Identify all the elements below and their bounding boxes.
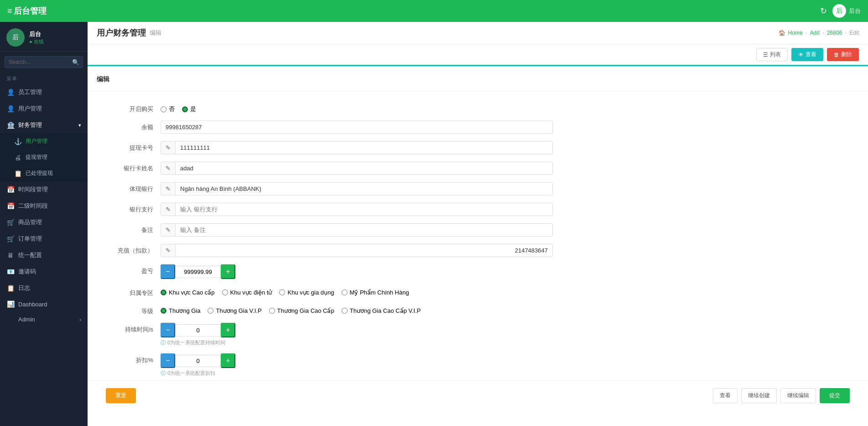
sidebar-item-staff[interactable]: 👤 员工管理 bbox=[0, 84, 88, 100]
sidebar-item-label: 日志 bbox=[18, 284, 30, 292]
dashboard-icon: 📊 bbox=[6, 300, 15, 308]
sidebar-item-label: 提现管理 bbox=[26, 153, 47, 161]
radio-merchant-high-vip-input[interactable] bbox=[342, 308, 348, 314]
hamburger-icon[interactable]: ≡ bbox=[7, 6, 12, 16]
sidebar-item-second-period[interactable]: 📅 二级时间段 bbox=[0, 198, 88, 214]
radio-merchant-vip[interactable]: Thương Gia V.I.P bbox=[208, 307, 261, 314]
search-input[interactable] bbox=[5, 56, 83, 68]
radio-merchant-high-input[interactable] bbox=[269, 308, 275, 314]
radio-cosmetics-input[interactable] bbox=[342, 289, 348, 295]
page-header-left: 用户财务管理 编辑 bbox=[97, 27, 161, 38]
top-header-right: ↻ 后 后台 bbox=[820, 4, 861, 18]
breadcrumb-add[interactable]: Add bbox=[810, 30, 820, 36]
sidebar-item-config[interactable]: 🖥 统一配置 bbox=[0, 247, 88, 263]
region-label: 归属专区 bbox=[106, 286, 161, 297]
view-bottom-button[interactable]: 查看 bbox=[713, 388, 738, 403]
bank-name-input-wrapper: ✎ bbox=[161, 162, 553, 175]
discount-input[interactable] bbox=[175, 355, 221, 367]
profit-loss-minus-button[interactable]: − bbox=[161, 264, 175, 279]
radio-merchant-high[interactable]: Thương Gia Cao Cấp bbox=[269, 307, 334, 314]
list-button[interactable]: ☰ 列表 bbox=[756, 48, 788, 61]
sidebar-item-goods[interactable]: 🛒 商品管理 bbox=[0, 214, 88, 231]
form-row-level: 等级 Thương Gia Thương Gia V.I.P bbox=[88, 301, 868, 319]
breadcrumb-id[interactable]: 26806 bbox=[827, 30, 842, 36]
radio-merchant-vip-input[interactable] bbox=[208, 308, 213, 314]
form-row-recharge: 充值（扣款） ✎ bbox=[88, 240, 868, 261]
radio-high-input[interactable] bbox=[161, 289, 166, 295]
pencil-icon[interactable]: ✎ bbox=[161, 162, 176, 174]
refresh-icon[interactable]: ↻ bbox=[820, 6, 827, 16]
submit-button[interactable]: 提交 bbox=[820, 388, 850, 403]
radio-electronic-input[interactable] bbox=[222, 289, 228, 295]
pencil-icon[interactable]: ✎ bbox=[161, 183, 176, 195]
pencil-icon[interactable]: ✎ bbox=[161, 244, 176, 257]
sidebar-item-time-period[interactable]: 📅 时间段管理 bbox=[0, 181, 88, 198]
view-button[interactable]: 👁 查看 bbox=[791, 48, 823, 61]
sidebar-item-orders[interactable]: 🛒 订单管理 bbox=[0, 231, 88, 247]
discount-minus-button[interactable]: − bbox=[161, 353, 175, 368]
continue-create-button[interactable]: 继续创建 bbox=[741, 388, 777, 403]
delete-button[interactable]: 🗑 删除 bbox=[827, 48, 859, 61]
pencil-icon[interactable]: ✎ bbox=[161, 203, 176, 216]
radio-no[interactable]: 否 bbox=[161, 105, 175, 113]
profit-loss-plus-button[interactable]: + bbox=[221, 264, 235, 279]
radio-yes-input[interactable] bbox=[182, 106, 188, 112]
radio-high[interactable]: Khu vực Cao cấp bbox=[161, 289, 215, 296]
sidebar-item-dashboard[interactable]: 📊 Dashboard bbox=[0, 296, 88, 312]
remark-input-wrapper: ✎ bbox=[161, 223, 553, 237]
radio-electronic-label: Khu vực điện tử bbox=[230, 289, 272, 296]
bank-input[interactable] bbox=[176, 183, 552, 195]
radio-yes[interactable]: 是 bbox=[182, 105, 196, 113]
duration-plus-button[interactable]: + bbox=[221, 323, 235, 337]
pencil-icon[interactable]: ✎ bbox=[161, 142, 176, 154]
sidebar-item-label: 用户管理 bbox=[18, 105, 42, 113]
profit-loss-input[interactable] bbox=[175, 266, 221, 278]
radio-electronic[interactable]: Khu vực điện tử bbox=[222, 289, 272, 296]
remark-input[interactable] bbox=[176, 224, 552, 236]
discount-hint: ⓘ 0为统一系统配置折扣 bbox=[161, 370, 553, 377]
user-icon: 👤 bbox=[6, 105, 15, 112]
sidebar-item-invite[interactable]: 📧 邀请码 bbox=[0, 263, 88, 280]
recharge-input[interactable] bbox=[176, 244, 552, 257]
page-subtitle: 编辑 bbox=[150, 29, 161, 37]
withdraw-icon: 🖨 bbox=[14, 154, 22, 161]
radio-merchant-high-vip-label: Thương Gia Cao Cấp V.I.P bbox=[350, 307, 421, 314]
duration-minus-button[interactable]: − bbox=[161, 323, 175, 337]
radio-household-input[interactable] bbox=[279, 289, 285, 295]
form-row-open-purchase: 开启购买 否 是 bbox=[88, 99, 868, 117]
pencil-icon[interactable]: ✎ bbox=[161, 224, 176, 236]
sidebar-item-label: 时间段管理 bbox=[18, 185, 48, 194]
sidebar-item-withdraw[interactable]: 🖨 提现管理 bbox=[0, 149, 88, 165]
radio-merchant-high-vip[interactable]: Thương Gia Cao Cấp V.I.P bbox=[342, 307, 421, 314]
sidebar-item-user[interactable]: 👤 用户管理 bbox=[0, 100, 88, 117]
profit-loss-label: 盈亏 bbox=[106, 264, 161, 275]
top-header-user[interactable]: 后 后台 bbox=[832, 4, 861, 18]
balance-input[interactable] bbox=[161, 121, 553, 134]
sidebar-item-user-finance[interactable]: ⚓ 用户管理 bbox=[0, 133, 88, 149]
sidebar-search-container: 🔍 bbox=[0, 52, 88, 73]
sidebar-item-log[interactable]: 📋 日志 bbox=[0, 280, 88, 296]
withdraw-card-input-wrapper: ✎ bbox=[161, 141, 553, 154]
continue-edit-button[interactable]: 继续编辑 bbox=[780, 388, 816, 403]
breadcrumb-home[interactable]: Home bbox=[788, 30, 803, 36]
radio-no-input[interactable] bbox=[161, 106, 166, 112]
bank-name-input[interactable] bbox=[176, 162, 552, 174]
sidebar-user-info: 后台 ● 在线 bbox=[29, 30, 44, 45]
discount-plus-button[interactable]: + bbox=[221, 353, 235, 368]
reset-button[interactable]: 重置 bbox=[106, 388, 136, 403]
sidebar-item-admin[interactable]: Admin › bbox=[0, 312, 88, 327]
form-row-duration: 持续时间/s − + ⓘ 0为统一系统配置持续时间 bbox=[88, 319, 868, 350]
withdraw-card-input[interactable] bbox=[176, 142, 552, 154]
bank-branch-input[interactable] bbox=[176, 203, 552, 216]
duration-control: − + ⓘ 0为统一系统配置持续时间 bbox=[161, 323, 553, 346]
sidebar-item-finance[interactable]: 🏦 财务管理 ▾ bbox=[0, 117, 88, 133]
duration-input[interactable] bbox=[175, 324, 221, 337]
radio-merchant[interactable]: Thương Gia bbox=[161, 307, 200, 314]
radio-merchant-input[interactable] bbox=[161, 308, 166, 314]
top-header: ≡ 后台管理 ↻ 后 后台 bbox=[0, 0, 868, 22]
radio-cosmetics[interactable]: Mỹ Phẩm Chính Hàng bbox=[342, 289, 409, 296]
page-title: 用户财务管理 bbox=[97, 27, 146, 38]
radio-yes-label: 是 bbox=[190, 105, 196, 113]
sidebar-item-processed-withdraw[interactable]: 📋 已处理提现 bbox=[0, 165, 88, 181]
radio-household[interactable]: Khu vực gia dụng bbox=[279, 289, 334, 296]
